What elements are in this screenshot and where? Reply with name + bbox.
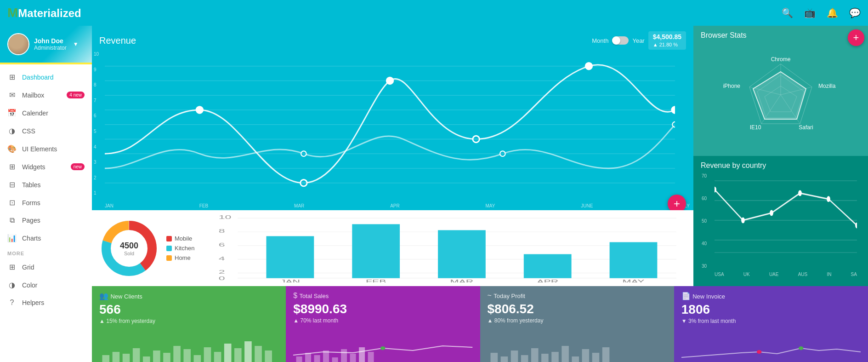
svg-rect-101 bbox=[582, 349, 589, 362]
sidebar-item-grid[interactable]: ⊞ Grid bbox=[0, 258, 92, 276]
svg-text:2: 2 bbox=[219, 270, 225, 275]
sidebar-item-css[interactable]: ◑ CSS bbox=[0, 122, 92, 140]
invoice-icon: 📄 New Invoice bbox=[681, 292, 861, 300]
svg-rect-84 bbox=[314, 355, 320, 362]
sidebar-item-forms[interactable]: ⊡ Forms bbox=[0, 194, 92, 212]
sales-icon: $ Total Sales bbox=[293, 292, 472, 300]
new-invoice-mini-chart bbox=[681, 339, 861, 362]
topnav-icons: 🔍 📺 🔔 💬 bbox=[782, 7, 861, 18]
svg-text:0: 0 bbox=[219, 276, 225, 282]
dashboard-icon: ⊞ bbox=[7, 73, 17, 81]
total-sales-value: $8990.63 bbox=[293, 302, 472, 316]
svg-rect-71 bbox=[163, 353, 170, 362]
content-row1: Revenue Month Year $4,500.85 ▲ 21.80 % bbox=[92, 26, 868, 286]
sidebar-item-calender[interactable]: 📅 Calender bbox=[0, 104, 92, 122]
svg-rect-78 bbox=[234, 348, 242, 362]
svg-point-15 bbox=[301, 151, 306, 156]
svg-rect-83 bbox=[305, 353, 311, 362]
svg-text:8: 8 bbox=[219, 228, 225, 234]
sidebar-item-mailbox[interactable]: ✉ Mailbox 4 new bbox=[0, 86, 92, 104]
right-panel: Browser Stats + bbox=[693, 26, 868, 286]
browser-stats-card: Browser Stats + bbox=[693, 26, 868, 156]
svg-rect-77 bbox=[224, 344, 232, 362]
stat-card-new-invoice: 📄 New Invoice 1806 ▼ 3% from last month bbox=[674, 286, 868, 362]
svg-rect-90 bbox=[368, 352, 374, 362]
palette-icon: 🎨 bbox=[7, 144, 17, 153]
chat-icon[interactable]: 💬 bbox=[849, 7, 861, 18]
svg-text:APR: APR bbox=[537, 279, 559, 282]
bell-icon[interactable]: 🔔 bbox=[827, 7, 838, 18]
profile-info: John Doe Administrator bbox=[34, 37, 67, 51]
widgets-icon: ⊞ bbox=[7, 162, 17, 171]
chevron-down-icon[interactable]: ▼ bbox=[73, 41, 79, 47]
clients-icon: 👥 New Clients bbox=[99, 292, 278, 300]
svg-text:Safari: Safari bbox=[799, 124, 813, 131]
app-logo: MMaterialized bbox=[7, 6, 782, 20]
top-navigation: MMaterialized 🔍 📺 🔔 💬 bbox=[0, 0, 868, 26]
svg-text:IE10: IE10 bbox=[750, 124, 761, 131]
mail-icon: ✉ bbox=[7, 91, 17, 99]
revenue-section: Revenue Month Year $4,500.85 ▲ 21.80 % bbox=[92, 26, 693, 286]
sidebar-item-tables[interactable]: ⊟ Tables bbox=[0, 176, 92, 194]
svg-rect-89 bbox=[359, 347, 365, 362]
sidebar-item-dashboard[interactable]: ⊞ Dashboard bbox=[0, 68, 92, 86]
table-icon: ⊟ bbox=[7, 180, 17, 189]
svg-point-14 bbox=[672, 107, 675, 113]
svg-text:6: 6 bbox=[219, 242, 225, 247]
browser-stats-add-button[interactable]: + bbox=[848, 29, 864, 46]
search-icon[interactable]: 🔍 bbox=[782, 7, 793, 18]
grid-icon: ⊞ bbox=[7, 263, 17, 271]
svg-rect-98 bbox=[551, 352, 559, 362]
bar-mar bbox=[438, 230, 486, 278]
sidebar-item-label: Color bbox=[22, 282, 37, 289]
today-profit-change: ▲ 80% from yesterday bbox=[488, 317, 667, 324]
charts-icon: 📊 bbox=[7, 234, 17, 242]
bar-jan bbox=[267, 236, 314, 278]
help-icon: ? bbox=[7, 299, 17, 307]
legend-item-kitchen: Kitchen bbox=[166, 245, 194, 252]
country-line-chart-svg bbox=[715, 173, 857, 269]
svg-rect-74 bbox=[194, 355, 201, 362]
svg-rect-70 bbox=[153, 351, 160, 362]
svg-point-62 bbox=[798, 190, 802, 196]
svg-rect-88 bbox=[350, 354, 356, 362]
main-layout: John Doe Administrator ▼ ⊞ Dashboard ✉ M… bbox=[0, 26, 868, 362]
toggle-knob bbox=[612, 36, 620, 45]
total-sales-change: ▲ 70% last month bbox=[293, 317, 472, 324]
svg-point-63 bbox=[827, 196, 830, 202]
stat-card-today-profit: ~ Today Profit $806.52 ▲ 80% from yester… bbox=[480, 286, 674, 362]
svg-text:MAR: MAR bbox=[450, 279, 474, 282]
svg-text:4: 4 bbox=[219, 256, 225, 261]
month-year-toggle[interactable] bbox=[612, 36, 629, 45]
mailbox-badge: 4 new bbox=[67, 92, 85, 98]
svg-point-91 bbox=[380, 346, 385, 350]
sidebar-item-color[interactable]: ◑ Color bbox=[0, 276, 92, 294]
revenue-controls: Month Year $4,500.85 ▲ 21.80 % bbox=[592, 31, 686, 50]
donut-label: 4500 Sold bbox=[120, 241, 138, 256]
svg-point-17 bbox=[672, 122, 675, 127]
revenue-chart-add-button[interactable]: + bbox=[668, 195, 686, 210]
sidebar-item-widgets[interactable]: ⊞ Widgets new bbox=[0, 158, 92, 176]
svg-rect-81 bbox=[265, 351, 272, 362]
monitor-icon[interactable]: 📺 bbox=[804, 7, 816, 18]
new-invoice-value: 1806 bbox=[681, 302, 861, 317]
svg-text:FEB: FEB bbox=[366, 279, 386, 282]
sidebar-item-helpers[interactable]: ? Helpers bbox=[0, 294, 92, 311]
css-icon: ◑ bbox=[7, 126, 17, 135]
revenue-card: Revenue Month Year $4,500.85 ▲ 21.80 % bbox=[92, 26, 693, 210]
svg-point-105 bbox=[757, 350, 761, 354]
bar-apr bbox=[524, 254, 572, 278]
sidebar-item-pages[interactable]: ⧉ Pages bbox=[0, 212, 92, 229]
sidebar-item-charts[interactable]: 📊 Charts bbox=[0, 229, 92, 247]
legend-dot-kitchen bbox=[166, 246, 172, 251]
profile-name: John Doe bbox=[34, 37, 67, 45]
svg-text:Chrome: Chrome bbox=[771, 56, 791, 63]
logo-m: M bbox=[7, 6, 18, 20]
color-icon: ◑ bbox=[7, 281, 17, 289]
sidebar-item-ui-elements[interactable]: 🎨 UI Elements bbox=[0, 140, 92, 158]
new-clients-change: ▲ 15% from yesterday bbox=[99, 318, 278, 324]
bar-feb bbox=[352, 224, 400, 278]
sidebar-item-label: Forms bbox=[22, 199, 40, 207]
toggle-year-label: Year bbox=[632, 37, 644, 44]
svg-rect-80 bbox=[255, 346, 262, 362]
